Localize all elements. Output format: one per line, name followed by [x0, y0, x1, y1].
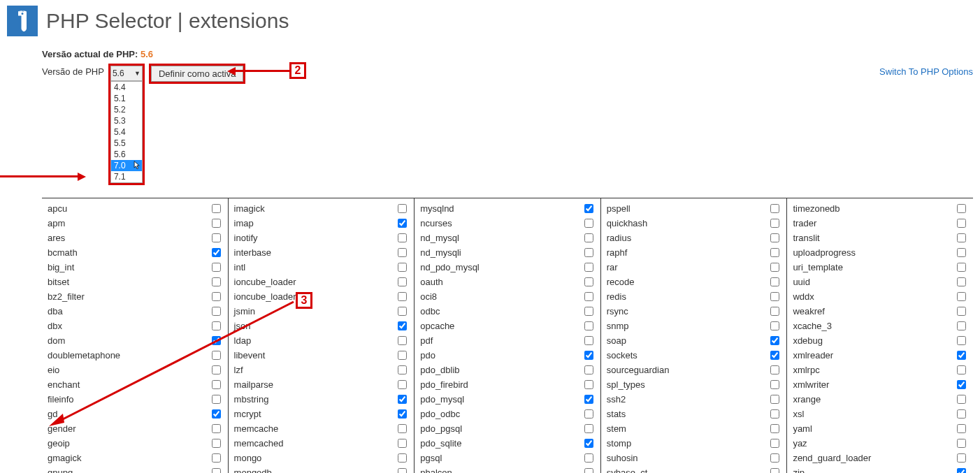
extension-checkbox[interactable]	[770, 277, 779, 286]
extension-checkbox[interactable]	[770, 292, 779, 301]
extension-checkbox[interactable]	[584, 453, 593, 463]
version-option[interactable]: 5.1	[111, 93, 142, 104]
extension-checkbox[interactable]	[584, 395, 593, 404]
extension-checkbox[interactable]	[584, 439, 593, 448]
version-option[interactable]: 5.2	[111, 104, 142, 115]
extension-checkbox[interactable]	[770, 424, 779, 433]
extension-checkbox[interactable]	[770, 395, 779, 404]
version-option[interactable]: 7.1	[111, 171, 142, 182]
extension-checkbox[interactable]	[398, 453, 407, 463]
extension-checkbox[interactable]	[398, 292, 407, 301]
extension-checkbox[interactable]	[584, 292, 593, 301]
extension-checkbox[interactable]	[957, 277, 966, 286]
extension-checkbox[interactable]	[584, 248, 593, 257]
extension-checkbox[interactable]	[770, 248, 779, 257]
extension-checkbox[interactable]	[398, 307, 407, 316]
extension-checkbox[interactable]	[584, 204, 593, 213]
extension-checkbox[interactable]	[584, 336, 593, 345]
extension-checkbox[interactable]	[584, 365, 593, 374]
extension-checkbox[interactable]	[398, 395, 407, 404]
extension-checkbox[interactable]	[584, 351, 593, 360]
extension-checkbox[interactable]	[212, 219, 221, 228]
extension-checkbox[interactable]	[957, 468, 966, 473]
extension-checkbox[interactable]	[957, 248, 966, 257]
extension-checkbox[interactable]	[584, 424, 593, 433]
extension-checkbox[interactable]	[770, 204, 779, 213]
extension-checkbox[interactable]	[584, 409, 593, 419]
extension-checkbox[interactable]	[770, 439, 779, 448]
extension-checkbox[interactable]	[398, 409, 407, 419]
extension-checkbox[interactable]	[398, 321, 407, 330]
extension-checkbox[interactable]	[584, 307, 593, 316]
extension-checkbox[interactable]	[770, 263, 779, 272]
extension-checkbox[interactable]	[212, 277, 221, 286]
extension-checkbox[interactable]	[584, 468, 593, 473]
extension-checkbox[interactable]	[584, 233, 593, 242]
extension-checkbox[interactable]	[957, 409, 966, 419]
extension-checkbox[interactable]	[212, 263, 221, 272]
extension-checkbox[interactable]	[957, 365, 966, 374]
extension-checkbox[interactable]	[398, 233, 407, 242]
extension-checkbox[interactable]	[398, 336, 407, 345]
extension-checkbox[interactable]	[398, 424, 407, 433]
extension-checkbox[interactable]	[584, 277, 593, 286]
extension-checkbox[interactable]	[957, 219, 966, 228]
version-option[interactable]: 5.4	[111, 126, 142, 138]
extension-checkbox[interactable]	[957, 321, 966, 330]
version-option[interactable]: 5.3	[111, 115, 142, 126]
extension-checkbox[interactable]	[770, 468, 779, 473]
extension-checkbox[interactable]	[584, 321, 593, 330]
extension-checkbox[interactable]	[398, 248, 407, 257]
extension-checkbox[interactable]	[770, 351, 779, 360]
extension-checkbox[interactable]	[957, 424, 966, 433]
extension-checkbox[interactable]	[770, 336, 779, 345]
extension-checkbox[interactable]	[957, 453, 966, 463]
version-dropdown[interactable]: 4.45.15.25.35.45.55.67.07.1	[110, 81, 143, 183]
extension-checkbox[interactable]	[584, 380, 593, 389]
extension-checkbox[interactable]	[212, 453, 221, 463]
version-option[interactable]: 4.4	[111, 82, 142, 93]
extension-checkbox[interactable]	[770, 233, 779, 242]
extension-checkbox[interactable]	[957, 351, 966, 360]
extension-checkbox[interactable]	[212, 292, 221, 301]
extension-checkbox[interactable]	[398, 351, 407, 360]
extension-checkbox[interactable]	[957, 292, 966, 301]
extension-checkbox[interactable]	[957, 395, 966, 404]
extension-checkbox[interactable]	[957, 336, 966, 345]
extension-checkbox[interactable]	[584, 219, 593, 228]
extension-checkbox[interactable]	[770, 321, 779, 330]
extension-checkbox[interactable]	[770, 219, 779, 228]
extension-checkbox[interactable]	[770, 365, 779, 374]
extension-name: yaml	[793, 421, 812, 436]
extension-checkbox[interactable]	[398, 468, 407, 473]
version-option[interactable]: 7.0	[111, 160, 142, 171]
extension-checkbox[interactable]	[212, 233, 221, 242]
extension-checkbox[interactable]	[398, 277, 407, 286]
extension-checkbox[interactable]	[957, 233, 966, 242]
extension-checkbox[interactable]	[398, 219, 407, 228]
extension-checkbox[interactable]	[770, 409, 779, 419]
extension-checkbox[interactable]	[398, 380, 407, 389]
extension-checkbox[interactable]	[212, 204, 221, 213]
extension-checkbox[interactable]	[212, 468, 221, 473]
extension-row: zend_guard_loader	[793, 451, 966, 465]
switch-options-link[interactable]: Switch To PHP Options	[879, 64, 973, 77]
extension-checkbox[interactable]	[398, 263, 407, 272]
version-option[interactable]: 5.5	[111, 138, 142, 149]
version-option[interactable]: 5.6	[111, 149, 142, 160]
extension-checkbox[interactable]	[398, 439, 407, 448]
extension-checkbox[interactable]	[770, 380, 779, 389]
extension-checkbox[interactable]	[957, 204, 966, 213]
extension-checkbox[interactable]	[957, 307, 966, 316]
extension-checkbox[interactable]	[398, 204, 407, 213]
extension-checkbox[interactable]	[584, 263, 593, 272]
extension-checkbox[interactable]	[770, 307, 779, 316]
extension-checkbox[interactable]	[212, 439, 221, 448]
extension-checkbox[interactable]	[957, 380, 966, 389]
extension-checkbox[interactable]	[212, 248, 221, 257]
extension-checkbox[interactable]	[398, 365, 407, 374]
extension-checkbox[interactable]	[957, 263, 966, 272]
version-select[interactable]: 5.6 ▼	[110, 66, 143, 81]
extension-checkbox[interactable]	[957, 439, 966, 448]
extension-checkbox[interactable]	[770, 453, 779, 463]
